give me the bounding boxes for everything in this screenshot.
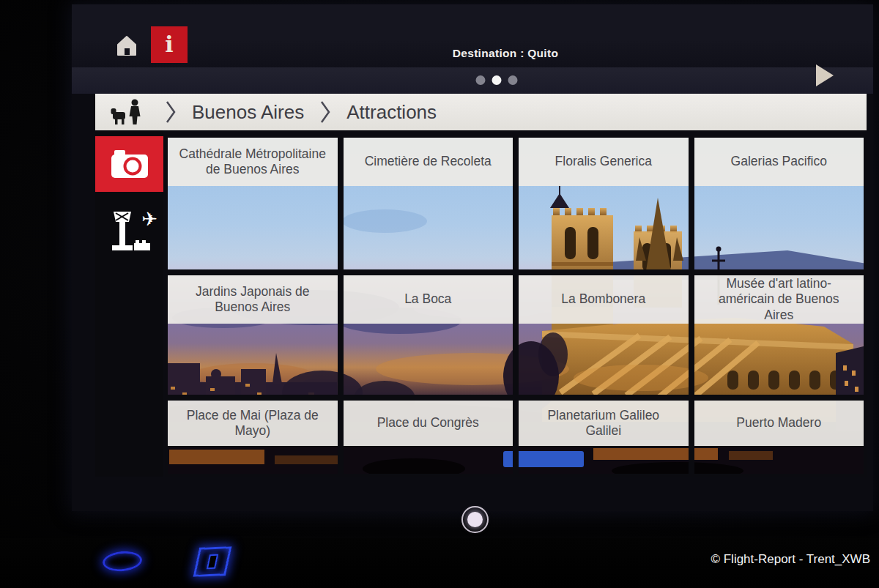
breadcrumb-icon-segment[interactable]: [95, 94, 160, 130]
power-dot-button[interactable]: [461, 506, 489, 533]
tile-galerias-pacifico[interactable]: Galerias Pacifico: [691, 135, 867, 272]
tile-jardins-japonais[interactable]: Jardins Japonais de Buenos Aires: [165, 272, 341, 398]
tile-grid: Cathédrale Métropolitaine de Buenos Aire…: [165, 135, 867, 477]
home-button[interactable]: [114, 34, 139, 59]
screen-glow-icon: [207, 554, 218, 569]
page-dot: [476, 75, 486, 85]
home-icon: [114, 34, 139, 59]
tile-label: Place du Congrès: [344, 401, 513, 446]
tile-la-bombonera[interactable]: La Bombonera: [516, 272, 691, 398]
tile-label: Place de Mai (Plaza de Mayo): [168, 401, 338, 446]
tile-place-de-mai[interactable]: Place de Mai (Plaza de Mayo): [165, 398, 341, 477]
breadcrumb-city[interactable]: Buenos Aires: [182, 101, 314, 124]
breadcrumb-section[interactable]: Attractions: [336, 101, 447, 124]
power-dot-icon: [467, 512, 483, 527]
tile-label: Puerto Madero: [694, 401, 864, 446]
tile-place-du-congres[interactable]: Place du Congrès: [341, 398, 516, 477]
tile-label: Planetarium Galileo Galilei: [519, 401, 689, 446]
oval-glow-button[interactable]: [102, 550, 143, 573]
sidebar-item-airport-info[interactable]: ✈: [95, 204, 163, 259]
page-dot: [508, 75, 518, 85]
page-dots: [476, 75, 518, 85]
camera-icon: [110, 149, 149, 179]
tile-floralis-generica[interactable]: Floralis Generica: [516, 135, 691, 272]
tile-label: Floralis Generica: [519, 138, 689, 186]
chevron-right-icon: [319, 98, 332, 126]
tile-label: Jardins Japonais de Buenos Aires: [168, 275, 338, 324]
tile-puerto-madero[interactable]: Puerto Madero: [691, 398, 867, 477]
next-arrow-icon[interactable]: [816, 64, 834, 86]
chevron-right-icon: [164, 98, 177, 126]
destination-label: Destination : Quito: [453, 47, 558, 60]
attractions-grid: Cathédrale Métropolitaine de Buenos Aire…: [165, 135, 867, 477]
tile-planetarium-galileo[interactable]: Planetarium Galileo Galilei: [516, 398, 691, 477]
info-button[interactable]: i: [151, 26, 188, 63]
plane-icon: ✈: [141, 208, 157, 230]
ife-screen: i Destination : Quito B: [72, 4, 873, 511]
tile-la-boca[interactable]: La Boca: [341, 272, 516, 398]
tile-label: Musée d'art latino-américain de Buenos A…: [694, 275, 864, 324]
photographer-watermark: © Flight-Report - Trent_XWB: [711, 552, 870, 567]
tile-label: Galerias Pacifico: [694, 138, 864, 186]
pagination-strip: [72, 67, 873, 94]
tile-label: La Bombonera: [519, 275, 689, 324]
sidebar-item-photos[interactable]: [95, 136, 163, 192]
breadcrumb: Buenos Aires Attractions: [95, 94, 867, 130]
cabin-photo-scene: i Destination : Quito B: [0, 0, 879, 588]
info-icon: i: [165, 34, 173, 56]
tourist-icon: [111, 98, 144, 126]
tile-label: La Boca: [344, 275, 513, 324]
page-dot: [492, 75, 502, 85]
tile-musee-dart-latino[interactable]: Musée d'art latino-américain de Buenos A…: [691, 272, 867, 398]
tile-label: Cimetière de Recoleta: [344, 138, 513, 186]
screen-glow-button[interactable]: [193, 546, 232, 577]
top-bar: i Destination : Quito: [72, 4, 873, 67]
tile-cimetiere-de-recoleta[interactable]: Cimetière de Recoleta: [341, 135, 516, 272]
tile-cathedrale-metropolitaine[interactable]: Cathédrale Métropolitaine de Buenos Aire…: [165, 135, 341, 272]
tile-label: Cathédrale Métropolitaine de Buenos Aire…: [168, 138, 338, 186]
sidebar: ✈: [95, 130, 163, 477]
